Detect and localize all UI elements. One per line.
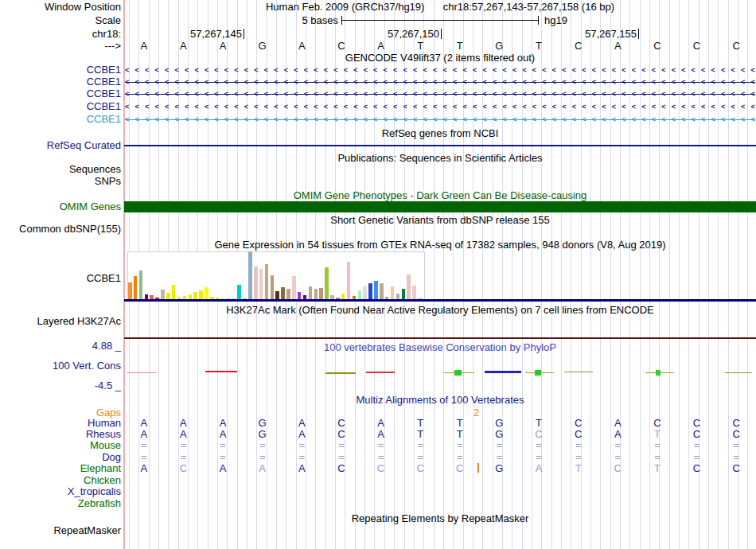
left-arrow-icon: <	[384, 79, 388, 86]
alignment-cell: =	[243, 452, 283, 463]
species-label[interactable]: Chicken	[0, 475, 121, 486]
publications-track-title: Publications: Sequences in Scientific Ar…	[124, 153, 756, 164]
species-label[interactable]: Zebrafish	[0, 498, 121, 509]
left-arrow-icon: <	[254, 116, 258, 123]
left-arrow-icon: <	[364, 67, 368, 74]
left-arrow-icon: <	[502, 91, 506, 98]
gene-label[interactable]: CCBE1	[0, 64, 121, 76]
left-arrow-icon: <	[413, 116, 417, 123]
left-arrow-icon: <	[602, 116, 606, 123]
alignment-cell: A	[598, 418, 638, 429]
left-arrow-icon: <	[403, 91, 407, 98]
left-arrow-icon: <	[125, 116, 129, 123]
left-arrow-icon: <	[314, 79, 318, 86]
left-arrow-icon: <	[224, 103, 228, 111]
repeatmasker-label[interactable]: RepeatMasker	[0, 525, 121, 536]
left-arrow-icon: <	[701, 79, 705, 86]
alignment-cell: =	[164, 440, 204, 451]
species-label[interactable]: Dog	[0, 452, 121, 463]
left-arrow-icon: <	[433, 116, 437, 123]
alignment-cell: =	[598, 452, 638, 463]
left-arrow-icon: <	[134, 103, 138, 111]
left-arrow-icon: <	[462, 79, 466, 86]
left-arrow-icon: <	[462, 103, 466, 111]
gene-row[interactable]: <<<<<<<<<<<<<<<<<<<<<<<<<<<<<<<<<<<<<<<<…	[125, 66, 755, 75]
base-letter: A	[283, 41, 322, 52]
left-arrow-icon: <	[731, 103, 735, 111]
left-arrow-icon: <	[214, 67, 218, 74]
chromosome-label: chr18:	[0, 29, 121, 40]
left-arrow-icon: <	[185, 116, 189, 123]
gene-row[interactable]: <<<<<<<<<<<<<<<<<<<<<<<<<<<<<<<<<<<<<<<<…	[125, 115, 755, 124]
species-label[interactable]: Mouse	[0, 440, 121, 451]
species-label[interactable]: Human	[0, 418, 121, 429]
assembly-position-line: Human Feb. 2009 (GRCh37/hg19) chr18:57,2…	[124, 2, 756, 13]
species-label[interactable]: X_tropicalis	[0, 486, 121, 497]
omim-genes-label[interactable]: OMIM Genes	[0, 201, 121, 212]
alignment-cell: =	[716, 452, 756, 463]
alignment-cell: =	[243, 440, 283, 451]
left-arrow-icon: <	[224, 79, 228, 86]
left-arrow-icon: <	[145, 91, 149, 98]
left-arrow-icon: <	[462, 91, 466, 98]
gene-label[interactable]: CCBE1	[0, 101, 121, 112]
gtex-gene-label[interactable]: CCBE1	[0, 273, 121, 284]
left-arrow-icon: <	[134, 67, 138, 74]
strand-direction-label[interactable]: --->	[0, 41, 121, 52]
left-arrow-icon: <	[314, 91, 318, 98]
left-arrow-icon: <	[154, 91, 158, 98]
omim-gene-bar[interactable]	[124, 201, 756, 212]
left-arrow-icon: <	[672, 116, 676, 123]
left-arrow-icon: <	[641, 91, 645, 98]
gtex-bar	[281, 287, 285, 300]
left-arrow-icon: <	[304, 103, 308, 111]
left-arrow-icon: <	[294, 103, 298, 111]
gene-row[interactable]: <<<<<<<<<<<<<<<<<<<<<<<<<<<<<<<<<<<<<<<<…	[125, 90, 755, 99]
alignment-cell: C	[677, 418, 717, 429]
gene-row[interactable]: <<<<<<<<<<<<<<<<<<<<<<<<<<<<<<<<<<<<<<<<…	[125, 78, 755, 87]
layered-h3k27ac-label[interactable]: Layered H3K27Ac	[0, 316, 121, 327]
alignment-cell: =	[716, 440, 756, 451]
left-arrow-icon: <	[532, 79, 536, 86]
left-arrow-icon: <	[721, 67, 725, 74]
left-arrow-icon: <	[254, 103, 258, 111]
phylop-track-label[interactable]: 100 Vert. Cons	[0, 360, 121, 372]
left-arrow-icon: <	[602, 91, 606, 98]
gene-row[interactable]: <<<<<<<<<<<<<<<<<<<<<<<<<<<<<<<<<<<<<<<<…	[125, 103, 755, 111]
snps-label[interactable]: SNPs	[0, 176, 121, 187]
left-arrow-icon: <	[274, 79, 278, 86]
alignment-cell: C	[716, 429, 756, 440]
left-arrow-icon: <	[154, 103, 158, 111]
left-arrow-icon: <	[413, 79, 417, 86]
left-arrow-icon: <	[443, 91, 447, 98]
left-arrow-icon: <	[493, 79, 497, 86]
gene-label[interactable]: CCBE1	[0, 88, 121, 99]
left-arrow-icon: <	[681, 91, 685, 98]
alignment-cell: C	[559, 429, 598, 440]
left-arrow-icon: <	[423, 103, 427, 111]
refseq-gene-line[interactable]	[124, 145, 756, 146]
sequences-label[interactable]: Sequences	[0, 164, 121, 175]
left-arrow-icon: <	[512, 103, 516, 111]
gene-label[interactable]: CCBE1	[0, 76, 121, 88]
refseq-curated-label[interactable]: RefSeq Curated	[0, 140, 121, 151]
gtex-gene-model-line[interactable]	[124, 299, 756, 302]
species-label[interactable]: Elephant	[0, 463, 121, 474]
left-arrow-icon: <	[602, 79, 606, 86]
left-arrow-icon: <	[462, 67, 466, 74]
left-arrow-icon: <	[592, 91, 596, 98]
left-arrow-icon: <	[185, 79, 189, 86]
gene-label[interactable]: CCBE1	[0, 114, 121, 125]
left-arrow-icon: <	[194, 103, 198, 111]
left-arrow-icon: <	[453, 91, 457, 98]
left-arrow-icon: <	[562, 103, 566, 111]
left-arrow-icon: <	[344, 79, 348, 86]
common-dbsnp-label[interactable]: Common dbSNP(155)	[0, 224, 121, 235]
left-arrow-icon: <	[264, 116, 268, 123]
left-arrow-icon: <	[205, 79, 208, 86]
left-arrow-icon: <	[274, 67, 278, 74]
species-label[interactable]: Rhesus	[0, 429, 121, 440]
left-arrow-icon: <	[393, 103, 397, 111]
alignment-row: AAAGACATTGCCATCC	[124, 429, 756, 440]
window-coordinates: chr18:57,267,143-57,267,158 (16 bp)	[443, 1, 614, 13]
